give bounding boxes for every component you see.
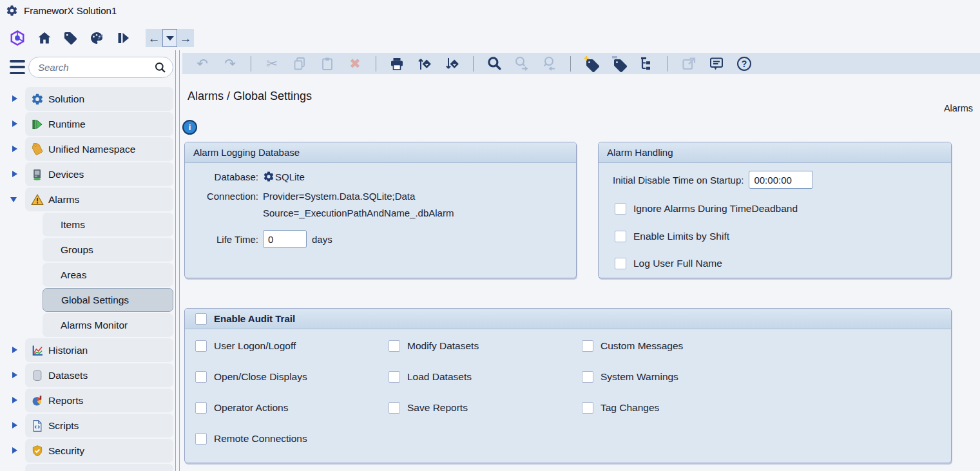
sidebar-item-alarms-areas[interactable]: Areas bbox=[43, 263, 173, 287]
paste-button[interactable] bbox=[318, 55, 336, 73]
palette-icon bbox=[89, 30, 104, 46]
sidebar-item-alarms-global-settings[interactable]: Global Settings bbox=[43, 288, 173, 312]
nav-history-dropdown[interactable] bbox=[162, 29, 177, 47]
system-warnings-checkbox[interactable] bbox=[582, 371, 593, 383]
enable-audit-trail-checkbox[interactable] bbox=[195, 313, 207, 325]
export-button[interactable] bbox=[416, 55, 434, 73]
sidebar-item-runtime[interactable]: Runtime bbox=[25, 112, 173, 136]
alarm-handling-panel: Alarm Handling Initial Disable Time on S… bbox=[598, 142, 952, 278]
home-button[interactable] bbox=[35, 29, 53, 47]
find-next-button[interactable] bbox=[513, 55, 531, 73]
comment-icon bbox=[709, 56, 724, 72]
sidebar-item-devices[interactable]: Devices bbox=[25, 162, 173, 186]
sidebar-item-datasets[interactable]: Datasets bbox=[25, 363, 173, 387]
sidebar-item-alarms-groups[interactable]: Groups bbox=[43, 238, 173, 262]
expand-chevron-icon[interactable] bbox=[12, 171, 17, 177]
paste-icon bbox=[320, 56, 335, 72]
report-pie-icon bbox=[31, 394, 44, 407]
redo-icon: ↷ bbox=[224, 57, 236, 70]
tag-changes-checkbox[interactable] bbox=[582, 402, 593, 414]
print-button[interactable] bbox=[388, 55, 406, 73]
load-datasets-checkbox[interactable] bbox=[389, 371, 400, 383]
solution-gear-icon bbox=[31, 93, 44, 106]
sidebar-item-label: Global Settings bbox=[61, 294, 129, 306]
expand-chevron-icon[interactable] bbox=[12, 95, 17, 102]
nav-back-button[interactable]: ← bbox=[146, 29, 162, 47]
find-previous-button[interactable] bbox=[541, 55, 559, 73]
home-icon bbox=[37, 30, 52, 46]
help-button[interactable]: ? bbox=[735, 55, 753, 73]
copy-button[interactable] bbox=[291, 55, 309, 73]
initial-disable-time-input[interactable] bbox=[749, 171, 813, 189]
sidebar-item-solution[interactable]: Solution bbox=[25, 87, 173, 111]
remote-connections-checkbox[interactable] bbox=[195, 433, 207, 445]
sidebar-item-alarms[interactable]: Alarms bbox=[25, 187, 173, 211]
expand-chevron-icon[interactable] bbox=[12, 397, 17, 403]
import-button[interactable] bbox=[443, 55, 461, 73]
tags-button[interactable] bbox=[62, 30, 79, 47]
custom-messages-checkbox[interactable] bbox=[582, 340, 593, 352]
edit-tag-button[interactable] bbox=[610, 55, 628, 73]
search-button[interactable] bbox=[485, 55, 503, 73]
app-gear-icon bbox=[6, 5, 18, 17]
redo-button[interactable]: ↷ bbox=[221, 55, 239, 73]
expand-chevron-icon[interactable] bbox=[12, 347, 17, 353]
app-toolbar: ← → bbox=[8, 27, 194, 49]
database-value[interactable]: SQLite bbox=[275, 171, 305, 182]
app-logo-button[interactable] bbox=[8, 28, 27, 48]
menu-button[interactable] bbox=[10, 60, 25, 74]
comment-button[interactable] bbox=[707, 55, 725, 73]
nav-forward-button[interactable]: → bbox=[177, 29, 194, 47]
nav-history-group: ← → bbox=[146, 29, 194, 47]
window-title: FrameworX Solution1 bbox=[24, 5, 117, 16]
user-logon-logoff-checkbox[interactable] bbox=[195, 340, 207, 352]
log-user-full-name-checkbox[interactable] bbox=[615, 258, 626, 269]
tree-row: Global Settings bbox=[0, 288, 175, 312]
ignore-alarms-timedeadband-checkbox[interactable] bbox=[615, 203, 626, 215]
sidebar-item-scripts[interactable]: Scripts bbox=[25, 414, 173, 437]
new-tag-button[interactable] bbox=[582, 55, 600, 73]
modify-datasets-checkbox[interactable] bbox=[389, 340, 400, 352]
expand-chevron-icon[interactable] bbox=[12, 422, 17, 428]
tree-row: Datasets bbox=[0, 363, 175, 387]
sidebar-item-partial[interactable] bbox=[25, 464, 173, 471]
expand-chevron-icon[interactable] bbox=[12, 146, 17, 152]
tree-row: Scripts bbox=[0, 414, 175, 437]
arrow-left-icon: ← bbox=[148, 32, 160, 44]
search-icon[interactable] bbox=[154, 61, 166, 73]
undo-button[interactable]: ↶ bbox=[193, 55, 211, 73]
search-input[interactable] bbox=[38, 62, 154, 73]
open-external-button[interactable] bbox=[680, 55, 698, 73]
main-toolbar: ↶ ↷ ✂ ✖ ? bbox=[182, 53, 980, 74]
expand-chevron-icon[interactable] bbox=[12, 372, 17, 378]
enable-limits-by-shift-checkbox[interactable] bbox=[615, 231, 626, 242]
checkbox-label: Load Datasets bbox=[407, 371, 472, 383]
cut-button[interactable]: ✂ bbox=[263, 55, 281, 73]
sidebar-item-alarms-items[interactable]: Items bbox=[43, 213, 173, 236]
find-next-icon bbox=[514, 55, 530, 72]
sidebar-item-unified-namespace[interactable]: Unified Namespace bbox=[25, 137, 173, 161]
tag-tree-button[interactable] bbox=[638, 55, 656, 73]
info-icon[interactable]: i bbox=[182, 120, 197, 135]
runtime-start-button[interactable] bbox=[114, 29, 132, 47]
checkbox-label: Tag Changes bbox=[600, 402, 659, 414]
sidebar-item-historian[interactable]: Historian bbox=[25, 338, 173, 362]
expand-chevron-icon[interactable] bbox=[12, 447, 17, 454]
sidebar-splitter[interactable] bbox=[175, 50, 180, 471]
chevron-down-icon bbox=[166, 36, 174, 41]
sidebar-item-alarms-monitor[interactable]: Alarms Monitor bbox=[43, 313, 173, 337]
copy-icon bbox=[292, 56, 307, 72]
expand-chevron-icon[interactable] bbox=[12, 120, 17, 127]
collapse-chevron-icon[interactable] bbox=[10, 197, 17, 202]
save-reports-checkbox[interactable] bbox=[389, 402, 400, 414]
life-time-input[interactable] bbox=[263, 230, 307, 248]
sidebar-item-security[interactable]: Security bbox=[25, 439, 173, 463]
sidebar-item-label: Areas bbox=[61, 269, 87, 281]
printer-icon bbox=[389, 56, 405, 72]
tree-row: Runtime bbox=[0, 112, 175, 136]
delete-button[interactable]: ✖ bbox=[346, 55, 364, 73]
sidebar-item-reports[interactable]: Reports bbox=[25, 389, 173, 412]
operator-actions-checkbox[interactable] bbox=[195, 402, 207, 414]
open-close-displays-checkbox[interactable] bbox=[195, 371, 207, 383]
displays-button[interactable] bbox=[88, 29, 106, 47]
